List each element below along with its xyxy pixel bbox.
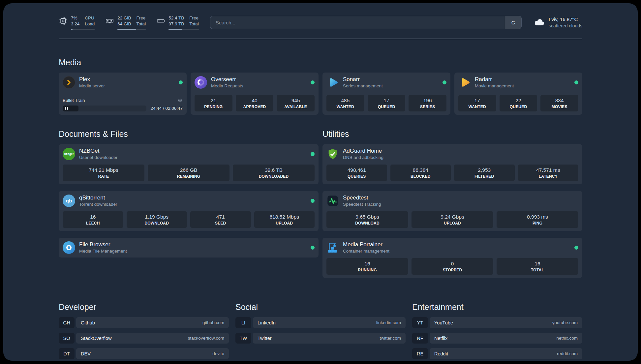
app-stats: 16 RUNNING 0 STOPPED 16 TOTAL: [326, 258, 578, 275]
playback-time: 24:44 / 02:06:47: [150, 106, 183, 111]
filebrowser-icon: [63, 241, 75, 254]
radarr-icon: [458, 76, 471, 89]
weather-condition: scattered clouds: [549, 23, 582, 29]
app-description: Torrent downloader: [79, 202, 117, 207]
status-dot: [311, 199, 315, 203]
utilities-column: Utilities AdGuard Home DNS and adblockin…: [322, 129, 582, 278]
app-description: DNS and adblocking: [343, 155, 383, 161]
overseerr-icon: [195, 76, 207, 89]
stat-box: 9.65 Gbps DOWNLOAD: [326, 211, 408, 228]
app-card-plex[interactable]: Plex Media server Bullet Train: [59, 73, 187, 115]
pause-icon[interactable]: [65, 107, 68, 110]
stat-box: 618.52 Mbps UPLOAD: [254, 211, 315, 228]
media-player-bar: 24:44 / 02:06:47: [63, 106, 183, 111]
app-description: Movie management: [475, 83, 514, 89]
stat-box: 16 LEECH: [63, 211, 123, 228]
section-title-media: Media: [59, 58, 582, 67]
bookmark-netflix[interactable]: NF Netflix netflix.com: [412, 333, 582, 344]
app-name: Overseerr: [211, 76, 243, 83]
plex-icon: [63, 76, 75, 89]
bookmark-dev[interactable]: DT DEV dev.to: [59, 348, 229, 359]
memory-labels: Free Total: [137, 15, 146, 27]
bookmark-stackoverflow[interactable]: SO StackOverflow stackoverflow.com: [59, 333, 229, 344]
gear-icon[interactable]: [177, 98, 183, 103]
bookmark-group-developer: Developer GH Github github.com SO StackO…: [59, 302, 229, 359]
app-name: Radarr: [475, 76, 514, 83]
app-card-overseerr[interactable]: Overseerr Media Requests 21 PENDING 40 A…: [191, 73, 319, 115]
memory-progress-bar: [117, 29, 146, 30]
stat-box: 16 RUNNING: [326, 258, 408, 275]
status-dot: [311, 80, 315, 84]
search-input[interactable]: [210, 16, 505, 29]
app-stats: 17 WANTED 22 QUEUED 834 MOVIES: [458, 95, 578, 111]
app-card-radarr[interactable]: Radarr Movie management 17 WANTED 22 QUE…: [454, 73, 582, 115]
stat-box: 0 STOPPED: [412, 258, 493, 275]
bookmark-linkedin[interactable]: LI LinkedIn linkedin.com: [235, 317, 406, 328]
stat-box: 196 SERIES: [409, 95, 446, 111]
disk-progress-bar: [168, 29, 199, 30]
app-card-sonarr[interactable]: Sonarr Series management 485 WANTED 17 Q…: [322, 73, 450, 115]
app-card-filebrowser[interactable]: File Browser Media File Management: [59, 238, 319, 258]
stat-box: 266 GB REMAINING: [148, 165, 229, 181]
app-card-adguard[interactable]: AdGuard Home DNS and adblocking 498,461 …: [322, 144, 582, 184]
app-description: Usenet downloader: [79, 155, 117, 161]
app-description: Media File Management: [79, 249, 127, 254]
header-divider: [59, 39, 582, 39]
nzbget-icon: nzbget: [63, 148, 75, 160]
app-name: NZBGet: [79, 147, 117, 154]
adguard-icon: [326, 148, 339, 160]
stat-box: 17 WANTED: [458, 95, 496, 111]
status-dot: [574, 246, 578, 250]
cpu-icon: [59, 16, 68, 25]
search-bar: G: [210, 16, 522, 29]
app-stats: 16 LEECH 1.19 Gbps DOWNLOAD 471 SEED 618…: [63, 211, 315, 228]
app-description: Media Requests: [211, 83, 243, 89]
stat-box: 485 WANTED: [326, 95, 364, 111]
playback-progress-track[interactable]: [63, 106, 146, 111]
app-stats: 485 WANTED 17 QUEUED 196 SERIES: [326, 95, 446, 111]
section-title-documents: Documents & Files: [59, 129, 319, 139]
stat-box: 744.21 Mbps RATE: [63, 165, 144, 181]
stat-box: 17 QUEUED: [368, 95, 406, 111]
stat-box: 498,461 QUERIES: [326, 165, 387, 181]
bookmark-reddit[interactable]: RE Reddit reddit.com: [412, 348, 582, 359]
app-description: Container management: [343, 249, 389, 254]
cloud-icon: [533, 17, 545, 28]
stat-box: 86,384 BLOCKED: [390, 165, 451, 181]
cpu-progress-bar: [71, 29, 95, 30]
stat-box: 47.571 ms LATENCY: [518, 165, 579, 181]
weather-location: Lviv, 16.87°C: [549, 16, 582, 23]
app-description: Series management: [343, 83, 383, 89]
app-stats: 21 PENDING 40 APPROVED 945 AVAILABLE: [195, 95, 315, 111]
stat-box: 945 AVAILABLE: [277, 95, 315, 111]
app-name: qBittorrent: [79, 194, 117, 201]
status-dot: [311, 246, 315, 250]
app-name: AdGuard Home: [343, 147, 383, 154]
disk-values: 52.4 TB 97.9 TB: [168, 15, 184, 27]
search-provider-button[interactable]: G: [505, 16, 521, 29]
stat-box: 0.993 ms PING: [497, 211, 578, 228]
bookmark-youtube[interactable]: YT YouTube youtube.com: [412, 317, 582, 328]
app-card-nzbget[interactable]: nzbget NZBGet Usenet downloader 744.21 M…: [59, 144, 319, 184]
app-name: Media Portainer: [343, 241, 389, 248]
memory-widget: 22 GiB 64 GiB Free Total: [105, 15, 146, 30]
memory-icon: [105, 16, 114, 25]
memory-values: 22 GiB 64 GiB: [117, 15, 131, 27]
weather-widget: Lviv, 16.87°C scattered clouds: [533, 16, 582, 29]
bookmark-twitter[interactable]: TW Twitter twitter.com: [235, 333, 406, 344]
app-card-portainer[interactable]: Media Portainer Container management 16 …: [322, 238, 582, 278]
app-stats: 9.65 Gbps DOWNLOAD 9.24 Gbps UPLOAD 0.99…: [326, 211, 578, 228]
app-description: Speedtest Tracking: [343, 202, 381, 207]
dashboard: 7% 3.24 CPU Load: [3, 3, 638, 361]
stat-box: 2,953 FILTERED: [454, 165, 515, 181]
bookmark-group-social: Social LI LinkedIn linkedin.com TW Twitt…: [235, 302, 406, 359]
app-card-speedtest[interactable]: Speedtest Speedtest Tracking 9.65 Gbps D…: [322, 191, 582, 231]
app-card-qbittorrent[interactable]: qb qBittorrent Torrent downloader 16 LEE…: [59, 191, 319, 231]
cpu-values: 7% 3.24: [71, 15, 79, 27]
section-title-developer: Developer: [59, 302, 229, 312]
section-title-social: Social: [235, 302, 406, 312]
bookmark-github[interactable]: GH Github github.com: [59, 317, 229, 328]
media-cards-row: Plex Media server Bullet Train: [59, 73, 582, 115]
status-dot: [443, 80, 446, 84]
section-title-entertainment: Entertainment: [412, 302, 582, 312]
